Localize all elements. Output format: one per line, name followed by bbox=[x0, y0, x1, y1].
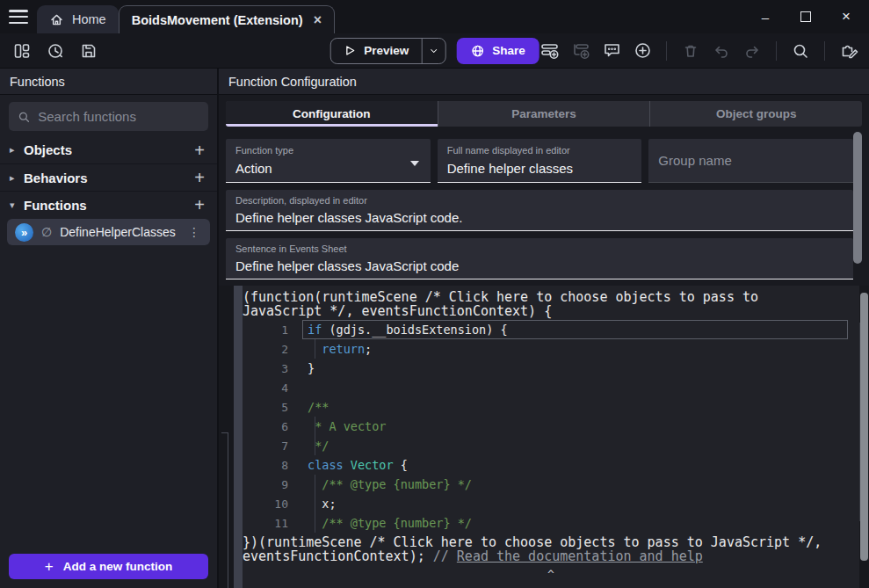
code-line[interactable]: 11 /** @type {number} */ bbox=[243, 513, 859, 533]
config-tabs: Configuration Parameters Object groups bbox=[226, 101, 862, 127]
main-header: Function Configuration bbox=[219, 69, 869, 95]
code-line[interactable]: 7 */ bbox=[243, 436, 859, 455]
add-comment-icon[interactable] bbox=[602, 41, 621, 61]
function-item-label: DefineHelperClasses bbox=[60, 225, 178, 239]
form-scrollbar[interactable] bbox=[853, 132, 862, 264]
chevron-down-icon bbox=[428, 46, 438, 56]
code-text: /** @type {number} */ bbox=[308, 477, 472, 491]
tab-parameters[interactable]: Parameters bbox=[438, 101, 650, 127]
minimize-button[interactable]: – bbox=[758, 10, 772, 25]
save-icon[interactable] bbox=[79, 41, 98, 61]
add-event-icon[interactable] bbox=[540, 41, 560, 61]
main-menu-button[interactable] bbox=[9, 10, 28, 24]
code-line[interactable]: 5/** bbox=[243, 397, 859, 417]
line-number: 11 bbox=[243, 517, 308, 530]
preview-dropdown-button[interactable] bbox=[421, 39, 445, 63]
chevron-right-icon[interactable]: ▸ bbox=[10, 144, 24, 156]
add-function-tree-button[interactable]: + bbox=[192, 196, 207, 214]
item-menu-icon[interactable]: ⋮ bbox=[186, 225, 202, 239]
share-button-label: Share bbox=[492, 44, 525, 57]
redo-icon[interactable] bbox=[742, 41, 762, 61]
tab-configuration[interactable]: Configuration bbox=[226, 101, 438, 127]
code-line[interactable]: 4 bbox=[243, 378, 859, 397]
code-line[interactable]: 9 /** @type {number} */ bbox=[243, 475, 859, 494]
toolbar-divider bbox=[824, 41, 825, 61]
full-name-value: Define helper classes bbox=[447, 161, 633, 176]
sidebar-header: Functions bbox=[0, 69, 217, 95]
sentence-value: Define helper classes JavaScript code bbox=[235, 258, 844, 273]
js-code-header[interactable]: (function(runtimeScene /* Click here to … bbox=[243, 286, 836, 318]
tab-object-groups[interactable]: Object groups bbox=[649, 101, 862, 127]
share-button[interactable]: Share bbox=[456, 38, 540, 64]
fields-row: Function type Action Full name displayed… bbox=[226, 139, 853, 183]
code-text: } bbox=[308, 361, 315, 375]
tree-label-objects: Objects bbox=[24, 142, 192, 157]
tab-extension[interactable]: BoidsMovement (Extension) × bbox=[119, 5, 335, 33]
add-subevent-icon[interactable] bbox=[571, 41, 590, 61]
dropdown-caret-icon bbox=[410, 161, 419, 166]
chevron-down-icon[interactable]: ▾ bbox=[10, 200, 24, 211]
undo-icon[interactable] bbox=[712, 41, 731, 61]
description-field[interactable]: Description, displayed in editor Define … bbox=[226, 190, 853, 231]
function-item-definehelperclasses[interactable]: » ∅ DefineHelperClasses ⋮ bbox=[7, 219, 210, 245]
tab-close-icon[interactable]: × bbox=[314, 13, 322, 27]
event-drag-handle[interactable] bbox=[234, 286, 243, 588]
line-number: 6 bbox=[243, 420, 308, 433]
footer-comment-prefix: // bbox=[433, 548, 457, 564]
function-type-value: Action bbox=[235, 161, 421, 176]
configuration-form: Configuration Parameters Object groups F… bbox=[219, 95, 869, 286]
maximize-button[interactable] bbox=[800, 11, 811, 22]
sidebar-item-objects[interactable]: ▸ Objects + bbox=[0, 136, 217, 163]
function-type-select[interactable]: Function type Action bbox=[226, 139, 431, 183]
code-line[interactable]: 10 x; bbox=[243, 494, 859, 513]
code-line[interactable]: 3} bbox=[243, 359, 859, 378]
add-behavior-button[interactable]: + bbox=[192, 169, 207, 186]
js-code-footer[interactable]: })(runtimeScene /* Click here to choose … bbox=[243, 535, 836, 563]
window-controls: – × bbox=[758, 8, 869, 25]
chevron-right-icon[interactable]: ▸ bbox=[10, 172, 24, 184]
toolbar-divider bbox=[776, 41, 777, 61]
sentence-label: Sentence in Events Sheet bbox=[235, 243, 844, 254]
history-icon[interactable] bbox=[46, 41, 65, 61]
full-name-label: Full name displayed in editor bbox=[447, 145, 633, 156]
function-icon: » bbox=[15, 223, 33, 242]
editors-layout-icon[interactable] bbox=[12, 41, 32, 61]
delete-icon[interactable] bbox=[681, 41, 700, 61]
code-line[interactable]: 1if (gdjs.__boidsExtension) { bbox=[243, 320, 859, 339]
code-line[interactable]: 2 return; bbox=[243, 339, 859, 359]
sidebar-item-behaviors[interactable]: ▸ Behaviors + bbox=[0, 163, 217, 191]
group-name-field[interactable]: Group name bbox=[648, 139, 853, 183]
documentation-link[interactable]: Read the documentation and help bbox=[457, 548, 703, 564]
add-circle-icon[interactable] bbox=[633, 41, 652, 61]
private-function-icon: ∅ bbox=[41, 225, 52, 239]
search-icon bbox=[18, 110, 30, 124]
titlebar: Home BoidsMovement (Extension) × – × bbox=[0, 0, 869, 33]
tree-label-functions: Functions bbox=[24, 198, 192, 213]
main-title: Function Configuration bbox=[228, 75, 357, 89]
search-functions-input[interactable] bbox=[38, 109, 199, 124]
sentence-field[interactable]: Sentence in Events Sheet Define helper c… bbox=[226, 238, 853, 279]
code-line[interactable]: 6 * A vector bbox=[243, 417, 859, 436]
code-scrollbar[interactable] bbox=[860, 293, 868, 561]
preview-button[interactable]: Preview bbox=[329, 38, 445, 64]
globe-icon bbox=[470, 44, 484, 58]
edit-extension-icon[interactable] bbox=[839, 41, 858, 61]
search-functions-box[interactable] bbox=[9, 102, 208, 131]
search-icon[interactable] bbox=[791, 41, 810, 61]
content: Functions ▸ Objects + ▸ Behaviors + ▾ Fu… bbox=[0, 69, 869, 588]
line-number: 2 bbox=[243, 343, 308, 356]
code-text: class Vector { bbox=[308, 458, 408, 472]
expand-caret-icon[interactable]: ^ bbox=[243, 568, 859, 581]
tab-home[interactable]: Home bbox=[37, 5, 119, 33]
line-number: 5 bbox=[243, 401, 308, 414]
event-bracket bbox=[228, 432, 228, 588]
sidebar-title: Functions bbox=[10, 75, 65, 89]
full-name-field[interactable]: Full name displayed in editor Define hel… bbox=[438, 139, 642, 183]
js-code-editor[interactable]: (function(runtimeScene /* Click here to … bbox=[243, 286, 859, 588]
add-new-function-button[interactable]: + Add a new function bbox=[9, 554, 208, 579]
sidebar-item-functions[interactable]: ▾ Functions + bbox=[0, 191, 217, 218]
close-button[interactable]: × bbox=[839, 8, 853, 25]
line-number: 3 bbox=[243, 362, 308, 375]
add-object-button[interactable]: + bbox=[192, 142, 207, 159]
code-line[interactable]: 8class Vector { bbox=[243, 455, 859, 475]
